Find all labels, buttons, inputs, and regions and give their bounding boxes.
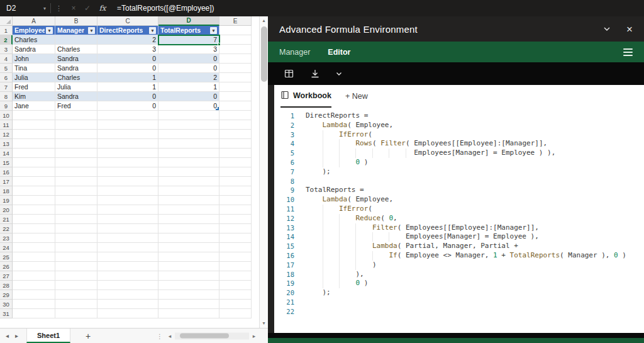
vscroll-thumb[interactable] [261, 26, 267, 82]
cell-B7[interactable]: Julia [55, 82, 97, 92]
cell-D30[interactable] [158, 300, 219, 309]
code-line-6[interactable]: 6 0 ) [274, 158, 644, 167]
name-box[interactable]: D2 ▾ [0, 0, 50, 16]
tab-manager[interactable]: Manager [279, 48, 310, 57]
cell-C10[interactable] [97, 111, 158, 120]
cell-B4[interactable]: Sandra [55, 54, 97, 64]
filter-dropdown-icon[interactable]: ▾ [88, 27, 95, 34]
row-header-29[interactable]: 29 [0, 290, 13, 300]
cell-D3[interactable]: 3 [158, 45, 219, 54]
cell-C12[interactable] [97, 130, 158, 139]
row-header-10[interactable]: 10 [0, 111, 13, 120]
cell-A3[interactable]: Sandra [13, 45, 55, 54]
row-header-12[interactable]: 12 [0, 130, 13, 139]
horizontal-scrollbar[interactable] [175, 332, 249, 339]
tab-editor[interactable]: Editor [328, 48, 350, 57]
cell-D11[interactable] [158, 120, 219, 130]
cell-A23[interactable] [13, 233, 55, 243]
cell-E20[interactable] [219, 205, 252, 215]
cell-E12[interactable] [219, 130, 252, 139]
cell-C18[interactable] [97, 186, 158, 196]
cell-E4[interactable] [219, 54, 252, 64]
code-line-11[interactable]: 11 IfError( [274, 205, 644, 214]
cell-D18[interactable] [158, 186, 219, 196]
cell-E8[interactable] [219, 92, 252, 101]
new-module-button[interactable]: + New [345, 85, 368, 108]
cell-D23[interactable] [158, 233, 219, 243]
cell-E16[interactable] [219, 167, 252, 177]
cell-B26[interactable] [55, 262, 97, 271]
row-header-14[interactable]: 14 [0, 149, 13, 158]
row-header-25[interactable]: 25 [0, 252, 13, 262]
add-sheet-button[interactable]: + [82, 331, 94, 341]
row-header-11[interactable]: 11 [0, 120, 13, 130]
cell-B5[interactable]: Sandra [55, 64, 97, 73]
code-line-10[interactable]: 10 Lambda( Employee, [274, 195, 644, 205]
select-all-button[interactable] [0, 16, 13, 26]
cell-C5[interactable]: 0 [97, 64, 158, 73]
cell-E23[interactable] [219, 233, 252, 243]
cell-D27[interactable] [158, 271, 219, 281]
row-header-8[interactable]: 8 [0, 92, 13, 101]
cell-E5[interactable] [219, 64, 252, 73]
cell-C31[interactable] [97, 309, 158, 318]
cell-A16[interactable] [13, 167, 55, 177]
cell-A1[interactable]: Employee▾ [13, 26, 55, 35]
filter-dropdown-icon[interactable]: ▾ [46, 27, 53, 34]
cell-D19[interactable] [158, 196, 219, 205]
enter-icon[interactable]: ✓ [80, 4, 94, 13]
cell-C13[interactable] [97, 139, 158, 149]
cell-D12[interactable] [158, 130, 219, 139]
cell-D4[interactable]: 0 [158, 54, 219, 64]
cell-B15[interactable] [55, 158, 97, 167]
cell-C2[interactable]: 2 [97, 35, 158, 45]
name-box-dropdown-icon[interactable]: ▾ [43, 6, 46, 11]
cell-A20[interactable] [13, 205, 55, 215]
menu-icon[interactable] [623, 48, 633, 56]
cell-B24[interactable] [55, 243, 97, 252]
code-line-1[interactable]: 1DirectReports = [274, 111, 644, 121]
column-header-E[interactable]: E [219, 16, 252, 26]
cell-A24[interactable] [13, 243, 55, 252]
cell-B22[interactable] [55, 224, 97, 233]
cell-D31[interactable] [158, 309, 219, 318]
row-header-23[interactable]: 23 [0, 233, 13, 243]
tab-workbook[interactable]: Workbook [280, 85, 331, 108]
cell-E30[interactable] [219, 300, 252, 309]
row-header-21[interactable]: 21 [0, 215, 13, 224]
cell-C23[interactable] [97, 233, 158, 243]
row-header-26[interactable]: 26 [0, 262, 13, 271]
column-header-C[interactable]: C [97, 16, 158, 26]
cell-E13[interactable] [219, 139, 252, 149]
cancel-icon[interactable]: × [67, 4, 80, 13]
cell-A15[interactable] [13, 158, 55, 167]
row-header-6[interactable]: 6 [0, 73, 13, 82]
row-header-24[interactable]: 24 [0, 243, 13, 252]
row-header-16[interactable]: 16 [0, 167, 13, 177]
insert-function-icon[interactable]: fx [94, 4, 111, 13]
save-to-workbook-icon[interactable] [284, 69, 295, 79]
cell-E17[interactable] [219, 177, 252, 186]
cell-B30[interactable] [55, 300, 97, 309]
code-line-8[interactable]: 8 [274, 177, 644, 186]
cell-A7[interactable]: Fred [13, 82, 55, 92]
cell-A4[interactable]: John [13, 54, 55, 64]
cell-A22[interactable] [13, 224, 55, 233]
row-header-20[interactable]: 20 [0, 205, 13, 215]
code-line-14[interactable]: 14 Employees[Manager] = Employee ), [274, 232, 644, 242]
cell-B25[interactable] [55, 252, 97, 262]
cell-E27[interactable] [219, 271, 252, 281]
cell-B8[interactable]: Sandra [55, 92, 97, 101]
vscroll-down-icon[interactable]: ▾ [262, 319, 265, 328]
cell-D6[interactable]: 2 [158, 73, 219, 82]
cell-B28[interactable] [55, 281, 97, 290]
code-line-13[interactable]: 13 Filter( Employees[[Employee]:[Manager… [274, 223, 644, 233]
cell-D5[interactable]: 0 [158, 64, 219, 73]
cell-E21[interactable] [219, 215, 252, 224]
row-header-4[interactable]: 4 [0, 54, 13, 64]
hscroll-left-icon[interactable]: ◂ [166, 333, 174, 339]
table-resize-handle[interactable] [216, 107, 219, 110]
cell-D1[interactable]: TotalReports▾ [158, 26, 219, 35]
cell-D2[interactable]: 7 [158, 35, 219, 45]
cell-E31[interactable] [219, 309, 252, 318]
